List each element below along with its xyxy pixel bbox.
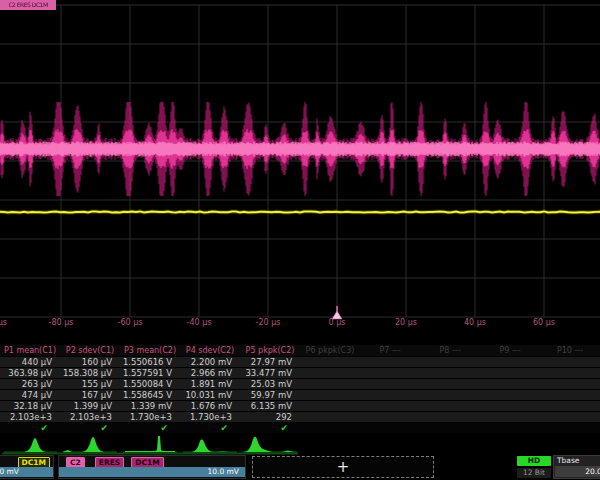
- measurement-cell: 2.103e+3: [0, 412, 60, 422]
- measurement-cell: [420, 379, 480, 389]
- measurement-header-cell[interactable]: P8 ---: [420, 345, 480, 356]
- timebase-descriptor[interactable]: Tbase 20.0 µ: [553, 455, 600, 479]
- measurement-cell: [360, 357, 420, 367]
- time-axis-label: -80 µs: [49, 318, 74, 327]
- measurement-cell: [300, 368, 360, 378]
- measurement-cell: 1.399 µV: [60, 401, 120, 411]
- oscilloscope-screen: C2 ERES DC1M -100 µs-80 µs-60 µs-40 µs-2…: [0, 0, 600, 480]
- measurement-cell: [300, 379, 360, 389]
- measurement-header-cell[interactable]: P7 ---: [360, 345, 420, 356]
- measurement-header-cell[interactable]: P5 pkpk(C2): [240, 345, 300, 356]
- measurement-cell: [540, 401, 600, 411]
- measurement-cell: 33.477 mV: [240, 368, 300, 378]
- measurement-header-cell[interactable]: P10 ---: [540, 345, 600, 356]
- measurement-header-cell[interactable]: P4 sdev(C2): [180, 345, 240, 356]
- measurement-cell: [540, 423, 600, 433]
- time-axis-label: -100 µs: [0, 318, 7, 327]
- time-axis-label: -60 µs: [118, 318, 143, 327]
- measurement-cell: 10.031 mV: [180, 390, 240, 400]
- c1-scale-strip: 0 mV: [0, 467, 53, 477]
- measurement-cell: [300, 412, 360, 422]
- measurement-cell: 155 µV: [60, 379, 120, 389]
- measurement-cell: [420, 390, 480, 400]
- measurement-cell: [360, 368, 420, 378]
- measurement-cell: 1.730e+3: [180, 412, 240, 422]
- c1-trace: [0, 211, 600, 212]
- measurement-cell: 2.200 mV: [180, 357, 240, 367]
- c2-descriptor[interactable]: C2 ERES DC1M 10.0 mV: [58, 455, 246, 479]
- descriptor-bar: DC1M 0 mV C2 ERES DC1M 10.0 mV + HD 12 B…: [0, 455, 600, 480]
- measurement-cell: 158.308 µV: [60, 368, 120, 378]
- measurement-cell: [480, 412, 540, 422]
- measurement-cell: [540, 357, 600, 367]
- c1-descriptor[interactable]: DC1M 0 mV: [0, 455, 54, 479]
- measurement-cell: [300, 390, 360, 400]
- measurement-cell: 474 µV: [0, 390, 60, 400]
- measurement-cell: [420, 357, 480, 367]
- measurement-cell: ✔: [0, 423, 60, 433]
- measurement-cell: 6.135 mV: [240, 401, 300, 411]
- time-axis-label: -20 µs: [256, 318, 281, 327]
- measurement-cell: 292: [240, 412, 300, 422]
- measurement-cell: 363.98 µV: [0, 368, 60, 378]
- measurement-cell: ✔: [60, 423, 120, 433]
- measurement-cell: 1.558645 V: [120, 390, 180, 400]
- measurement-cell: 27.97 mV: [240, 357, 300, 367]
- measurement-header-cell[interactable]: P1 mean(C1): [0, 345, 60, 356]
- measure-mean-row: 363.98 µV158.308 µV1.557591 V2.966 mV33.…: [0, 367, 600, 378]
- c1-scale-fragment: 0 mV: [0, 467, 19, 477]
- measurement-header-cell[interactable]: P6 pkpk(C3): [300, 345, 360, 356]
- measurement-cell: [480, 390, 540, 400]
- time-axis: -100 µs-80 µs-60 µs-40 µs-20 µs0 µs20 µs…: [0, 318, 600, 332]
- measurement-cell: [420, 401, 480, 411]
- timebase-label: Tbase: [554, 456, 600, 466]
- measurement-cell: 167 µV: [60, 390, 120, 400]
- measure-status-row: ✔✔✔✔✔: [0, 422, 600, 433]
- measure-header-row: P1 mean(C1)P2 sdev(C1)P3 mean(C2)P4 sdev…: [0, 345, 600, 356]
- measurement-cell: [540, 412, 600, 422]
- hd-mode-badge[interactable]: HD: [517, 456, 551, 466]
- measurement-cell: [480, 401, 540, 411]
- time-axis-label: 60 µs: [533, 318, 555, 327]
- measurement-cell: [300, 423, 360, 433]
- measurement-cell: [540, 390, 600, 400]
- measurement-cell: 25.03 mV: [240, 379, 300, 389]
- measurement-cell: 263 µV: [0, 379, 60, 389]
- measurement-header-cell[interactable]: P2 sdev(C1): [60, 345, 120, 356]
- measurement-cell: 440 µV: [0, 357, 60, 367]
- add-trace-button[interactable]: +: [252, 456, 434, 478]
- measurement-cell: [360, 390, 420, 400]
- measurement-cell: 1.550616 V: [120, 357, 180, 367]
- measurement-histicons: [0, 433, 600, 455]
- measurement-cell: 2.966 mV: [180, 368, 240, 378]
- measurement-cell: [360, 379, 420, 389]
- measurement-cell: 1.730e+3: [120, 412, 180, 422]
- measurement-cell: [480, 423, 540, 433]
- measurement-cell: [420, 412, 480, 422]
- measurement-header-cell[interactable]: P9 ---: [480, 345, 540, 356]
- measurement-cell: ✔: [180, 423, 240, 433]
- measurement-cell: 1.550084 V: [120, 379, 180, 389]
- measurement-cell: 1.891 mV: [180, 379, 240, 389]
- measure-max-row: 474 µV167 µV1.558645 V10.031 mV59.97 mV: [0, 389, 600, 400]
- waveform-grid: [0, 0, 600, 332]
- measure-num-row: 2.103e+32.103e+31.730e+31.730e+3292: [0, 411, 600, 422]
- measurement-cell: [360, 401, 420, 411]
- measurement-cell: [480, 379, 540, 389]
- measurement-cell: [420, 423, 480, 433]
- measurement-cell: [300, 401, 360, 411]
- measurement-cell: [360, 423, 420, 433]
- measurement-cell: 1.557591 V: [120, 368, 180, 378]
- measurement-cell: [540, 379, 600, 389]
- measurement-cell: 59.97 mV: [240, 390, 300, 400]
- c2-scale-value: 10.0 mV: [207, 467, 239, 477]
- time-axis-label: 0 µs: [329, 318, 346, 327]
- measurement-cell: [480, 357, 540, 367]
- measure-value-row: 440 µV160 µV1.550616 V2.200 mV27.97 mV: [0, 356, 600, 367]
- measure-sdev-row: 32.18 µV1.399 µV1.339 mV1.676 mV6.135 mV: [0, 400, 600, 411]
- measurement-cell: [540, 368, 600, 378]
- measurement-cell: 1.676 mV: [180, 401, 240, 411]
- measurement-cell: [420, 368, 480, 378]
- measurement-header-cell[interactable]: P3 mean(C2): [120, 345, 180, 356]
- time-axis-label: 20 µs: [395, 318, 417, 327]
